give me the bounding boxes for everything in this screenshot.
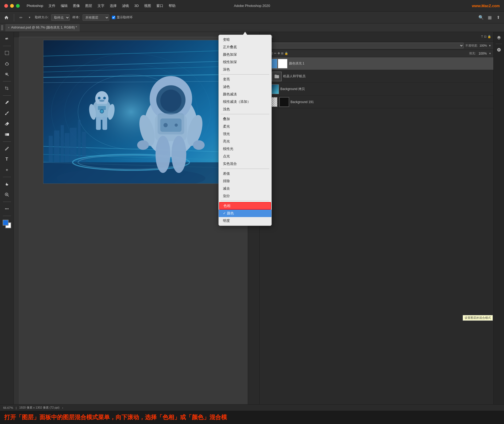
- sample-select[interactable]: 所有图层: [83, 14, 109, 21]
- eraser-tool[interactable]: [2, 119, 12, 129]
- tab-close-icon[interactable]: ×: [8, 26, 10, 29]
- zoom-tool[interactable]: [2, 190, 12, 199]
- blend-mode-luminosity[interactable]: 明度: [219, 217, 271, 225]
- search-icon[interactable]: 🔍: [478, 14, 484, 21]
- gradient-tool[interactable]: [2, 130, 12, 139]
- blend-mode-difference[interactable]: 差值: [219, 170, 271, 177]
- menu-image[interactable]: 图像: [70, 0, 83, 12]
- blend-mode-linear-burn[interactable]: 线性加深: [219, 58, 271, 66]
- eyedropper-tool-icon[interactable]: ✏: [18, 14, 24, 21]
- eyedropper-tool[interactable]: [2, 98, 12, 107]
- instruction-text: 打开「图层」面板中的图层混合模式菜单，向下滚动，选择「色相」或「颜色」混合模: [4, 413, 227, 421]
- brush-tool[interactable]: [2, 108, 12, 118]
- minimize-button[interactable]: [10, 4, 14, 8]
- tool-divider-5: [3, 177, 11, 177]
- share-icon[interactable]: ⬆: [495, 14, 501, 21]
- blend-mode-color-dodge[interactable]: 颜色减淡: [219, 91, 271, 98]
- lock-pixels-icon[interactable]: ✏: [274, 52, 277, 55]
- menu-view[interactable]: 视图: [141, 0, 154, 12]
- layer-row-bg-copy[interactable]: 👁 ⤷ Background 拷贝: [260, 83, 494, 96]
- view-options-icon[interactable]: ▦: [486, 14, 493, 21]
- path-selection-tool[interactable]: [2, 165, 12, 175]
- macz-watermark: www.MacZ.com: [472, 4, 504, 8]
- menu-text[interactable]: 文字: [95, 0, 107, 12]
- blend-mode-hard-mix[interactable]: 实色混合: [219, 160, 271, 168]
- tool-divider-1: [3, 46, 11, 46]
- show-ring-checkbox[interactable]: [112, 16, 115, 19]
- blend-mode-darker-color[interactable]: 深色: [219, 66, 271, 73]
- foreground-color-swatch[interactable]: [3, 220, 9, 226]
- layer-row-group[interactable]: 👁 ▶ 机器人和宇航员: [260, 70, 494, 83]
- blend-mode-exclusion[interactable]: 排除: [219, 177, 271, 185]
- menu-edit[interactable]: 编辑: [58, 0, 70, 12]
- blend-mode-darken[interactable]: 变暗: [219, 36, 271, 43]
- layer-row-fill[interactable]: 👁 颜色填充 1: [260, 57, 494, 70]
- pen-tool[interactable]: [2, 144, 12, 153]
- fill-label: 填充:: [469, 51, 476, 55]
- layers-transform-icon[interactable]: ⊡: [484, 35, 486, 38]
- rectangular-marquee-tool[interactable]: [2, 48, 12, 58]
- blend-mode-vivid-light[interactable]: 亮光: [219, 138, 271, 145]
- blend-mode-hard-light[interactable]: 强光: [219, 130, 271, 138]
- blend-mode-lighten[interactable]: 变亮: [219, 76, 271, 83]
- svg-rect-0: [5, 51, 9, 55]
- blend-mode-dropdown[interactable]: 变暗 正片叠底 颜色加深 线性加深 深色 变亮 滤色 颜色减淡 线性减淡（添加）…: [218, 35, 272, 226]
- home-button[interactable]: [3, 14, 10, 21]
- close-button[interactable]: [4, 4, 8, 8]
- blend-mode-saturation[interactable]: 颜色: [219, 210, 271, 217]
- lock-artboard-icon[interactable]: ⊞: [281, 52, 283, 55]
- layer-row-bg191[interactable]: 👁 Background 191: [260, 96, 494, 108]
- tool-options-dropdown[interactable]: ▼: [27, 15, 32, 20]
- sample-size-label: 取样大小:: [35, 15, 48, 20]
- blend-mode-linear-light[interactable]: 线性光: [219, 145, 271, 153]
- blend-mode-select[interactable]: 颜色 正常 溶解 变暗 正片叠底 颜色加深 线性加深 深色 变亮 滤色 颜色减淡…: [262, 43, 464, 48]
- blend-mode-screen[interactable]: 滤色: [219, 83, 271, 91]
- opacity-dropdown-icon[interactable]: ▼: [489, 44, 491, 47]
- opacity-label: 不透明度:: [465, 44, 478, 48]
- sample-size-select[interactable]: 取样点: [51, 14, 70, 21]
- status-arrow[interactable]: ›: [62, 406, 63, 409]
- blend-mode-pin-light[interactable]: 点光: [219, 153, 271, 160]
- scene-background: [43, 40, 219, 184]
- menu-select[interactable]: 选择: [107, 0, 119, 12]
- document-tab[interactable]: × Astronaut.psd @ 66.7% (颜色填充 1, RGB/8) …: [5, 24, 80, 31]
- foreground-background-colors[interactable]: [2, 219, 12, 229]
- quick-selection-tool[interactable]: W: [2, 70, 12, 79]
- menu-help[interactable]: 帮助: [166, 0, 178, 12]
- blend-mode-overlay[interactable]: 叠加: [219, 115, 271, 123]
- lock-position-icon[interactable]: ✥: [278, 52, 280, 55]
- menu-window[interactable]: 窗口: [154, 0, 166, 12]
- menu-filter[interactable]: 滤镜: [119, 0, 132, 12]
- menu-layer[interactable]: 图层: [83, 0, 95, 12]
- layer-thumb-bg191-mask: [279, 97, 289, 107]
- tab-bar-grip[interactable]: [1, 25, 3, 30]
- svg-rect-6: [5, 133, 9, 136]
- blend-mode-soft-light[interactable]: 柔光: [219, 123, 271, 130]
- lock-all-icon[interactable]: 🔒: [284, 52, 288, 55]
- blend-mode-color-burn[interactable]: 颜色加深: [219, 51, 271, 58]
- move-tool[interactable]: [2, 34, 12, 44]
- layers-type-icon[interactable]: T: [481, 35, 483, 38]
- type-tool[interactable]: T: [2, 154, 12, 164]
- blend-mode-hue[interactable]: 色相: [219, 202, 271, 210]
- maximize-button[interactable]: [16, 4, 20, 8]
- status-separator: |: [16, 406, 17, 409]
- crop-tool[interactable]: [2, 84, 12, 93]
- lasso-tool[interactable]: [2, 59, 12, 68]
- more-tools[interactable]: •••: [2, 204, 12, 214]
- dropdown-divider-3: [221, 169, 269, 169]
- document-dimensions: 1920 像素 x 1302 像素 (72 ppi): [19, 406, 59, 410]
- fill-dropdown-icon[interactable]: ▼: [489, 52, 491, 55]
- fr-properties-icon[interactable]: [495, 46, 503, 54]
- blend-mode-subtract[interactable]: 减去: [219, 185, 271, 192]
- hand-tool[interactable]: [2, 179, 12, 189]
- blend-mode-multiply[interactable]: 正片叠底: [219, 43, 271, 51]
- blend-mode-lighter-color[interactable]: 浅色: [219, 105, 271, 113]
- blend-mode-linear-dodge[interactable]: 线性减淡（添加）: [219, 98, 271, 105]
- tool-divider-3: [3, 95, 11, 96]
- blend-mode-divide[interactable]: 划分: [219, 192, 271, 200]
- layers-lock-icon[interactable]: 🔒: [487, 35, 491, 38]
- menu-3d[interactable]: 3D: [132, 0, 141, 12]
- menu-file[interactable]: 文件: [46, 0, 58, 12]
- fr-layers-icon[interactable]: [495, 34, 503, 42]
